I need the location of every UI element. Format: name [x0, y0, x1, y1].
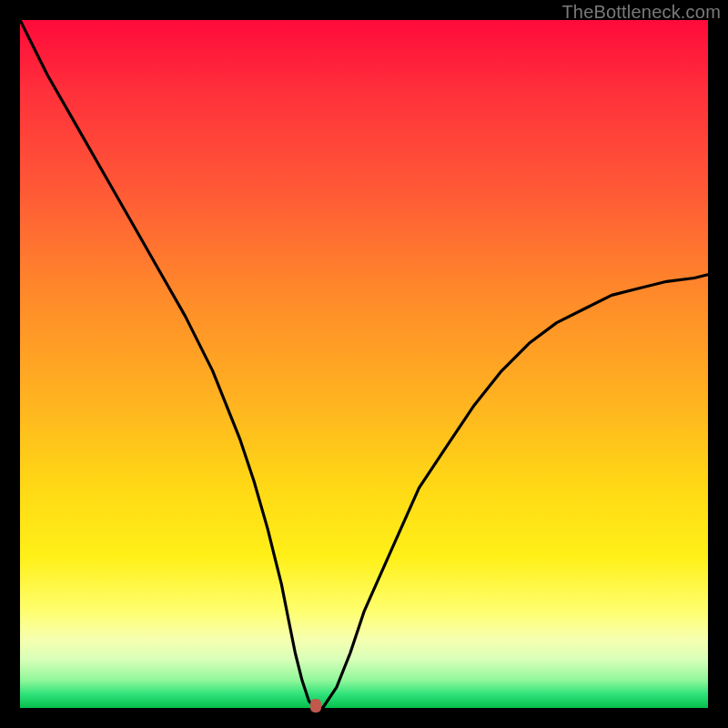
watermark-text: TheBottleneck.com: [561, 2, 721, 23]
bottleneck-curve: [20, 20, 708, 708]
optimal-point-marker: [310, 699, 321, 713]
plot-area: [20, 20, 708, 708]
chart-frame: TheBottleneck.com: [0, 0, 728, 728]
